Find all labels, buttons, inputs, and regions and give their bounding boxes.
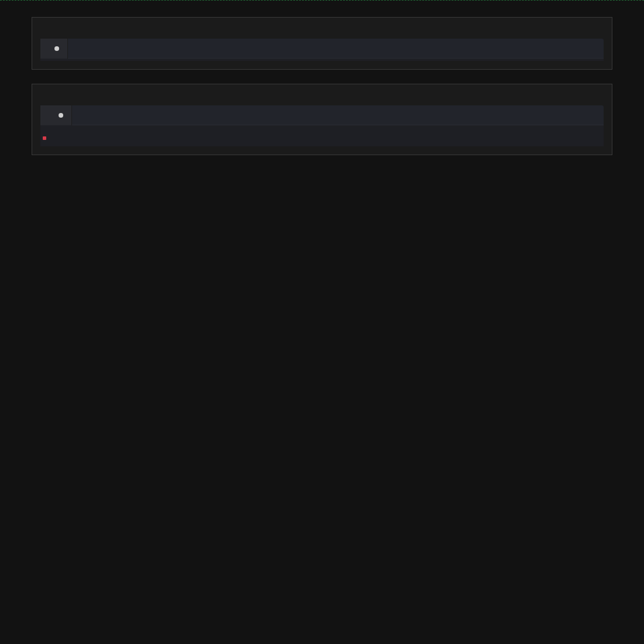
code-line [40,130,604,144]
editor-tabbar [40,39,604,59]
editor-tab[interactable] [40,39,68,59]
step1-panel [32,17,612,70]
code-editor[interactable] [40,59,604,61]
top-divider [0,0,644,1]
code-editor[interactable] [40,125,604,146]
editor-tabbar [40,105,604,125]
breakpoint-icon[interactable] [40,130,49,144]
step1-title [32,18,612,39]
editor-tab[interactable] [40,105,72,125]
page [0,0,644,644]
dirty-indicator-icon [54,46,59,51]
step2-panel [32,84,612,155]
step2-title [32,84,612,105]
dirty-indicator-icon [59,113,63,118]
